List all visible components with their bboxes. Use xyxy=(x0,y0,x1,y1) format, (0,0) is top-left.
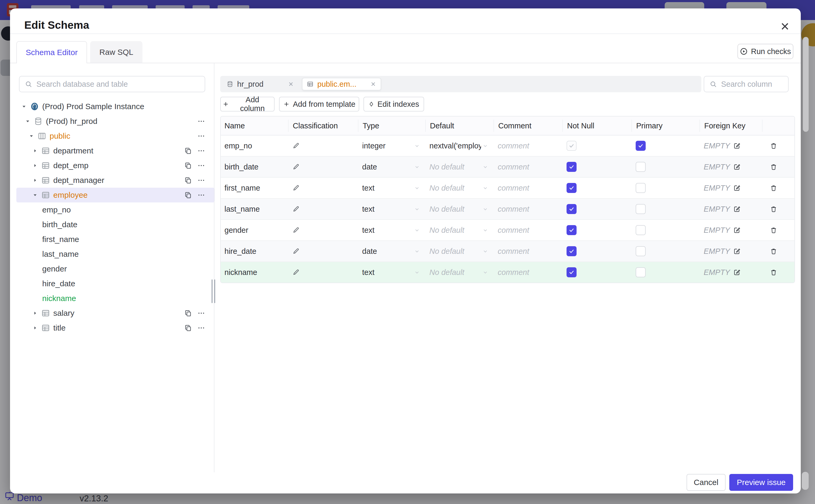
tab-schema-editor[interactable]: Schema Editor xyxy=(16,41,87,63)
not-null-checkbox[interactable] xyxy=(567,162,577,172)
caret-down-icon[interactable] xyxy=(21,104,27,109)
column-name[interactable]: emp_no xyxy=(221,142,288,150)
column-name[interactable]: last_name xyxy=(221,205,288,214)
comment-input[interactable]: comment xyxy=(494,268,562,277)
edit-indexes-button[interactable]: Edit indexes xyxy=(363,97,424,112)
edit-box-icon[interactable] xyxy=(733,205,741,213)
not-null-checkbox[interactable] xyxy=(567,267,577,277)
more-icon[interactable] xyxy=(197,324,205,332)
tree-item-hire_date[interactable]: hire_date xyxy=(16,276,215,291)
pencil-icon[interactable] xyxy=(292,163,300,171)
pencil-icon[interactable] xyxy=(292,226,300,234)
column-search-input[interactable] xyxy=(721,80,780,89)
column-name[interactable]: gender xyxy=(221,226,288,235)
close-icon[interactable] xyxy=(779,21,791,32)
comment-input[interactable]: comment xyxy=(494,142,562,150)
copy-icon[interactable] xyxy=(184,176,192,184)
tree-item-employee[interactable]: employee xyxy=(16,188,215,202)
not-null-checkbox[interactable] xyxy=(567,141,577,151)
comment-input[interactable]: comment xyxy=(494,184,562,192)
not-null-checkbox[interactable] xyxy=(567,246,577,256)
caret-right-icon[interactable] xyxy=(32,310,38,316)
more-icon[interactable] xyxy=(197,117,205,125)
primary-checkbox[interactable] xyxy=(636,267,646,277)
more-icon[interactable] xyxy=(197,132,205,140)
primary-checkbox[interactable] xyxy=(636,204,646,214)
tab-raw-sql[interactable]: Raw SQL xyxy=(90,41,142,63)
caret-right-icon[interactable] xyxy=(32,163,38,168)
tree-item-emp_no[interactable]: emp_no xyxy=(16,202,215,217)
close-icon[interactable] xyxy=(370,81,376,87)
copy-icon[interactable] xyxy=(184,324,192,332)
tree-item--prod-hr_prod[interactable]: (Prod) hr_prod xyxy=(16,114,215,129)
more-icon[interactable] xyxy=(197,176,205,184)
trash-icon[interactable] xyxy=(770,163,777,171)
database-search-input[interactable] xyxy=(36,80,166,89)
pencil-icon[interactable] xyxy=(292,205,300,213)
tree-item-title[interactable]: title xyxy=(16,321,215,335)
pencil-icon[interactable] xyxy=(292,142,300,149)
primary-checkbox[interactable] xyxy=(636,162,646,172)
more-icon[interactable] xyxy=(197,191,205,199)
default-select[interactable]: No default xyxy=(425,184,494,192)
comment-input[interactable]: comment xyxy=(494,205,562,214)
edit-box-icon[interactable] xyxy=(733,248,741,255)
default-select[interactable]: No default xyxy=(425,163,494,171)
caret-down-icon[interactable] xyxy=(28,133,34,139)
column-name[interactable]: first_name xyxy=(221,184,288,192)
tree-item-first_name[interactable]: first_name xyxy=(16,232,215,247)
trash-icon[interactable] xyxy=(770,269,777,276)
caret-down-icon[interactable] xyxy=(32,192,38,198)
type-select[interactable]: integer xyxy=(358,142,425,150)
primary-checkbox[interactable] xyxy=(636,183,646,193)
caret-right-icon[interactable] xyxy=(32,148,38,154)
edit-box-icon[interactable] xyxy=(733,142,741,149)
add-column-button[interactable]: Add column xyxy=(220,97,274,112)
column-name[interactable]: nickname xyxy=(221,268,288,277)
not-null-checkbox[interactable] xyxy=(567,183,577,193)
edit-box-icon[interactable] xyxy=(733,269,741,276)
caret-right-icon[interactable] xyxy=(32,325,38,331)
pencil-icon[interactable] xyxy=(292,269,300,276)
comment-input[interactable]: comment xyxy=(494,247,562,256)
run-checks-button[interactable]: Run checks xyxy=(737,44,793,59)
tree-item-nickname[interactable]: nickname xyxy=(16,291,215,306)
tree-item--prod-prod-sample-instance[interactable]: (Prod) Prod Sample Instance xyxy=(16,99,215,114)
not-null-checkbox[interactable] xyxy=(567,204,577,214)
page-scrollbar-end[interactable] xyxy=(802,472,809,490)
cancel-button[interactable]: Cancel xyxy=(687,474,726,491)
copy-icon[interactable] xyxy=(184,309,192,317)
column-name[interactable]: birth_date xyxy=(221,163,288,171)
default-select[interactable]: No default xyxy=(425,205,494,214)
more-icon[interactable] xyxy=(197,162,205,169)
default-select[interactable]: No default xyxy=(425,247,494,256)
trash-icon[interactable] xyxy=(770,184,777,192)
trash-icon[interactable] xyxy=(770,142,777,149)
more-icon[interactable] xyxy=(197,309,205,317)
copy-icon[interactable] xyxy=(184,147,192,155)
more-icon[interactable] xyxy=(197,147,205,155)
preview-issue-button[interactable]: Preview issue xyxy=(729,474,793,491)
pencil-icon[interactable] xyxy=(292,248,300,255)
tree-item-salary[interactable]: salary xyxy=(16,306,215,321)
type-select[interactable]: date xyxy=(358,247,425,256)
tab-public-employee[interactable]: public.em... xyxy=(302,78,381,90)
not-null-checkbox[interactable] xyxy=(567,225,577,235)
tree-item-department[interactable]: department xyxy=(16,143,215,158)
trash-icon[interactable] xyxy=(770,248,777,255)
primary-checkbox[interactable] xyxy=(636,141,646,151)
caret-right-icon[interactable] xyxy=(32,177,38,183)
panel-resize-handle[interactable] xyxy=(211,279,216,303)
default-select[interactable]: No default xyxy=(425,268,494,277)
copy-icon[interactable] xyxy=(184,162,192,169)
type-select[interactable]: text xyxy=(358,184,425,192)
tree-item-gender[interactable]: gender xyxy=(16,261,215,276)
copy-icon[interactable] xyxy=(184,191,192,199)
edit-box-icon[interactable] xyxy=(733,163,741,171)
type-select[interactable]: date xyxy=(358,163,425,171)
tree-item-birth_date[interactable]: birth_date xyxy=(16,217,215,232)
default-select[interactable]: nextval('employ xyxy=(425,142,494,150)
pencil-icon[interactable] xyxy=(292,184,300,192)
tree-item-last_name[interactable]: last_name xyxy=(16,247,215,261)
trash-icon[interactable] xyxy=(770,205,777,213)
